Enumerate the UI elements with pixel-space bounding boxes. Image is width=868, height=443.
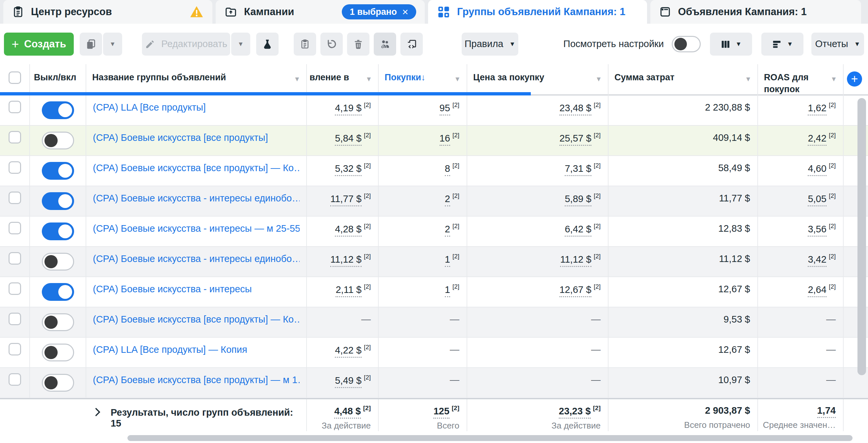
status-toggle[interactable] [42,132,74,150]
status-toggle[interactable] [42,222,74,240]
clear-selection-icon[interactable]: × [402,7,408,17]
adset-name-link[interactable]: (CPA) LLA [Все продукты] [93,102,300,113]
sort-icon: ▼ [454,75,461,84]
undo-button[interactable] [320,33,343,56]
rules-export-icon [406,38,417,50]
table-row: (CPA) Боевые искусства - интересы единоб… [0,247,868,277]
audience-button[interactable] [374,33,396,56]
status-toggle[interactable] [42,101,74,119]
header-toggle-column: Выкл/вкл [29,64,86,95]
paste-button[interactable] [294,33,316,56]
header-cost-column[interactable]: вление в ▼ [306,64,378,95]
table-row: (CPA) LLA [Все продукты] 4,19 $[2] 95[2]… [0,95,868,126]
create-button[interactable]: + Создать [4,33,74,56]
horizontal-scrollbar[interactable] [127,435,852,441]
purchases-cell: 1[2] [378,247,467,277]
table-row: (CPA) Боевые искусства - интересы единоб… [0,186,868,217]
row-checkbox[interactable] [8,252,21,264]
roas-cell: 3,56[2] [757,217,843,246]
footer-purchases-cell: 125[2] Всего [378,399,467,431]
copy-icon [85,38,96,50]
adset-name-link[interactable]: (CPA) Боевые искусства - интересы единоб… [93,193,300,204]
plus-icon: + [11,38,19,50]
add-column-button[interactable]: + [847,71,862,87]
adset-name-link[interactable]: (CPA) Боевые искусства - интересы единоб… [93,253,300,264]
row-checkbox[interactable] [8,192,21,204]
header-name-column[interactable]: Название группы объявлений ▼ [86,64,306,95]
row-checkbox[interactable] [8,131,21,144]
table-header: Выкл/вкл Название группы объявлений ▼ вл… [0,64,868,95]
chevron-down-icon: ▼ [736,41,742,47]
purchases-cell: 1[2] [378,277,467,307]
table-row: (CPA) Боевые искусства - интересы 2,11 $… [0,277,868,307]
row-checkbox[interactable] [8,313,21,325]
trash-icon [353,38,364,50]
tab-label: Кампании [244,6,294,18]
automated-rules-button[interactable] [400,33,423,56]
duplicate-dropdown[interactable]: ▼ [103,33,122,56]
row-checkbox[interactable] [8,222,21,234]
columns-icon [720,39,731,49]
reports-button[interactable]: Отчеты ▼ [811,33,864,56]
cost-cell: 2,11 $[2] [306,277,378,307]
roas-cell: 2,42[2] [757,126,843,155]
header-purchases-column[interactable]: Покупки↓ ▼ [378,64,467,95]
row-checkbox[interactable] [8,161,21,174]
row-checkbox[interactable] [8,101,21,113]
tab-bar: Центр ресурсов Кампании 1 выбрано × [0,0,868,24]
status-toggle[interactable] [42,253,74,271]
status-toggle[interactable] [42,374,74,392]
select-all-checkbox[interactable] [8,71,21,84]
status-toggle[interactable] [42,192,74,210]
view-settings-toggle[interactable] [672,36,701,52]
sorted-desc-icon: ↓ [421,72,426,82]
ads-icon [659,6,672,18]
selected-count-badge: 1 выбрано × [342,4,416,20]
footer-cost-per-purchase-cell: 23,23 $[2] За действие [467,399,608,431]
row-checkbox[interactable] [8,343,21,355]
amount-spent-cell: 11,12 $ [608,247,757,277]
status-toggle[interactable] [42,313,74,331]
adset-name-link[interactable]: (CPA) Боевые искусства - интересы — м 25… [93,223,300,234]
cost-cell: 11,12 $[2] [306,247,378,277]
edit-split-button: Редактировать ▼ [142,33,250,56]
chevron-down-icon: ▼ [110,41,116,47]
tab-resource-center[interactable]: Центр ресурсов [3,0,212,24]
footer-cost-cell: 4,48 $[2] За действие [306,399,378,431]
adset-name-link[interactable]: (CPA) Боевые искусства - интересы [93,284,300,294]
rules-button[interactable]: Правила ▼ [462,33,518,56]
header-roas-column[interactable]: ROAS для покупок ▼ [757,64,843,95]
tab-adsets[interactable]: Группы объявлений Кампания: 1 [428,0,647,24]
header-amount-spent-column[interactable]: Сумма затрат ▼ [608,64,757,95]
status-toggle[interactable] [42,344,74,361]
adset-name-link[interactable]: (CPA) Боевые искусства [все продукты] — … [93,314,300,325]
chevron-down-icon: ▼ [509,41,515,47]
adset-name-link[interactable]: (CPA) Боевые искусства [все продукты] — … [93,375,300,385]
vertical-scrollbar[interactable] [858,98,866,375]
row-checkbox[interactable] [8,282,21,295]
table-row: (CPA) Боевые искусства [все продукты] — … [0,156,868,186]
header-cost-per-purchase-column[interactable]: Цена за покупку ▼ [467,64,608,95]
chevron-right-icon[interactable] [94,407,101,417]
roas-cell: — [757,338,843,367]
ab-test-button[interactable] [256,33,279,56]
status-toggle[interactable] [42,283,74,301]
breakdown-button[interactable]: ▼ [761,33,803,56]
tab-ads[interactable]: Объявления Кампания: 1 [650,0,861,24]
edit-dropdown[interactable]: ▼ [231,33,250,56]
purchases-cell: 8[2] [378,156,467,186]
row-checkbox[interactable] [8,373,21,386]
tab-campaigns[interactable]: Кампании 1 выбрано × [216,0,425,24]
adset-name-link[interactable]: (CPA) Боевые искусства [все продукты] [93,132,300,143]
delete-button[interactable] [347,33,369,56]
cost-per-purchase-cell: 7,31 $[2] [467,156,608,186]
duplicate-button[interactable] [80,33,102,56]
columns-button[interactable]: ▼ [710,33,752,56]
adset-name-link[interactable]: (CPA) LLA [Все продукты] — Копия [93,344,300,355]
status-toggle[interactable] [42,162,74,180]
tab-label: Центр ресурсов [31,6,112,18]
cost-per-purchase-cell: 11,12 $[2] [467,247,608,277]
roas-cell: 1,62[2] [757,95,843,125]
adset-name-link[interactable]: (CPA) Боевые искусства [все продукты] — … [93,163,300,173]
edit-button[interactable]: Редактировать [142,33,230,56]
